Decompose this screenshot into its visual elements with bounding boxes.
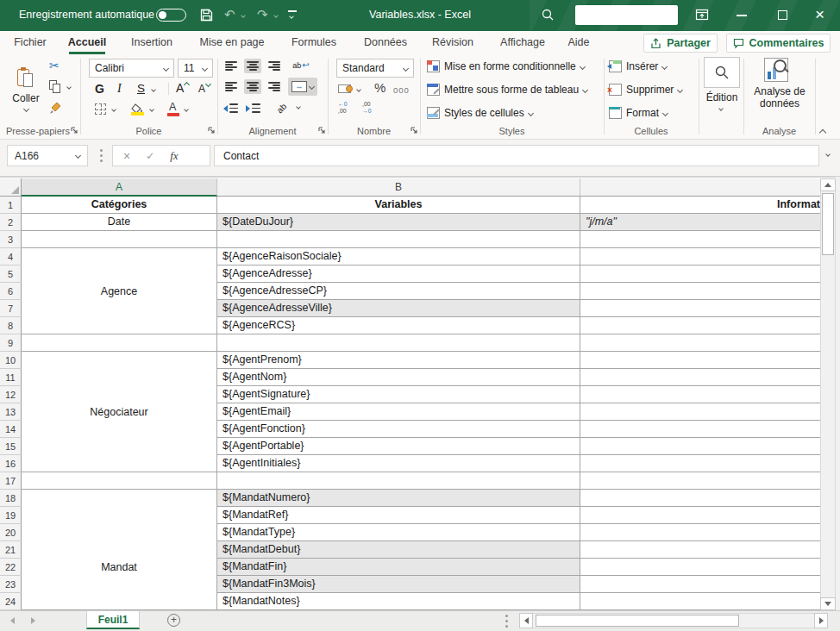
cell-C2[interactable]: "j/m/a" [580,214,821,231]
row-header-19[interactable]: 19 [0,507,22,524]
tab-fichier[interactable]: Fichier [11,31,49,53]
cell-B9[interactable] [217,334,580,352]
increase-decimal-button[interactable]: ←0 ,00 [338,101,357,116]
tab-accueil[interactable]: Accueil [66,31,109,53]
cell-B5[interactable]: ${AgenceAdresse} [217,266,580,283]
decrease-decimal-button[interactable]: ,00 →0 [362,101,381,116]
percent-style-button[interactable]: % [374,80,386,95]
comments-button[interactable]: Commentaires [726,34,831,53]
font-family-combo[interactable]: Calibri [89,59,174,78]
scroll-down-button[interactable] [820,597,836,610]
row-header-15[interactable]: 15 [0,438,22,455]
share-button[interactable]: Partager [643,34,718,53]
cell-B10[interactable]: ${AgentPrenom} [217,352,580,369]
cell-A1[interactable]: Catégories [22,197,217,214]
cell-B22[interactable]: ${MandatFin} [217,559,580,576]
horizontal-scroll-thumb[interactable] [536,615,739,627]
column-header-A[interactable]: A [22,178,217,197]
select-all-corner[interactable] [0,178,22,197]
row-header-13[interactable]: 13 [0,403,22,421]
fill-color-icon[interactable] [131,102,145,117]
insert-function-icon[interactable]: fx [170,149,178,163]
editing-button[interactable] [704,57,740,88]
row-header-4[interactable]: 4 [0,248,22,266]
tab-insertion[interactable]: Insertion [128,31,176,53]
tab-aide[interactable]: Aide [565,31,592,53]
tab-mise-en-page[interactable]: Mise en page [195,31,269,53]
bold-button[interactable]: G [95,82,104,96]
row-header-2[interactable]: 2 [0,214,22,231]
align-top-button[interactable] [223,59,240,73]
cell-B1[interactable]: Variables [217,197,580,214]
insert-cells-button[interactable]: Insérer [609,60,667,72]
align-middle-button[interactable] [244,59,261,73]
align-center-button[interactable] [244,79,261,94]
sheet-prev-icon[interactable] [10,617,15,624]
italic-button[interactable]: I [117,82,122,96]
wrap-text-button[interactable]: ab ↩ [290,57,312,73]
format-painter-icon[interactable] [49,102,62,118]
cell-A10-A16-merged[interactable]: Négociateur [22,352,217,472]
name-box[interactable]: A166 [7,145,88,166]
decrease-indent-button[interactable] [221,101,240,116]
cell-B3[interactable] [217,231,580,248]
minimize-button[interactable] [737,15,747,16]
cells-C3-C24-empty[interactable] [580,231,821,610]
row-header-3[interactable]: 3 [0,231,22,248]
cell-A3[interactable] [22,231,217,248]
vertical-scroll-thumb[interactable] [822,193,834,255]
tab-donnees[interactable]: Données [362,31,409,53]
sheet-tab-feuil1[interactable]: Feuil1 [86,611,140,629]
merge-center-button[interactable]: ↔ [288,78,317,96]
conditional-formatting-button[interactable]: Mise en forme conditionnelle [427,60,585,72]
scroll-right-button[interactable] [814,613,828,628]
cell-B7[interactable]: ${AgenceAdresseVille} [217,300,580,317]
enter-icon[interactable]: ✓ [146,150,154,162]
formula-input[interactable]: Contact [214,145,819,166]
cell-A4-A8-merged[interactable]: Agence [22,248,217,334]
cell-A2[interactable]: Date [22,214,217,231]
tab-bar-splitter[interactable] [505,620,508,622]
cell-B6[interactable]: ${AgenceAdresseCP} [217,283,580,300]
cell-B21[interactable]: ${MandatDebut} [217,541,580,559]
cell-B11[interactable]: ${AgentNom} [217,369,580,386]
row-header-18[interactable]: 18 [0,490,22,507]
cell-B15[interactable]: ${AgentPortable} [217,438,580,455]
row-header-11[interactable]: 11 [0,369,22,386]
row-header-9[interactable]: 9 [0,334,22,352]
comma-style-button[interactable]: 000 [393,85,410,95]
column-header-C[interactable] [580,178,821,197]
cell-B23[interactable]: ${MandatFin3Mois} [217,576,580,593]
row-header-10[interactable]: 10 [0,352,22,369]
row-header-12[interactable]: 12 [0,386,22,403]
row-header-20[interactable]: 20 [0,524,22,541]
align-right-button[interactable] [266,79,283,94]
cell-styles-button[interactable]: Styles de cellules [427,107,533,119]
font-size-combo[interactable]: 11 [178,59,213,78]
row-header-8[interactable]: 8 [0,317,22,334]
formula-bar-splitter[interactable] [100,154,103,157]
cell-B13[interactable]: ${AgentEmail} [217,403,580,421]
number-format-combo[interactable]: Standard [336,59,414,78]
increase-indent-button[interactable] [243,101,262,116]
tab-affichage[interactable]: Affichage [497,31,549,53]
cell-B17[interactable] [217,472,580,490]
shrink-font-button[interactable]: A [198,83,210,95]
font-color-icon[interactable]: A [169,101,176,113]
row-header-24[interactable]: 24 [0,593,22,610]
cell-A9[interactable] [22,334,217,352]
cell-B8[interactable]: ${AgenceRCS} [217,317,580,334]
new-sheet-button[interactable]: + [167,614,180,627]
ribbon-display-options-icon[interactable] [695,8,709,25]
row-header-22[interactable]: 22 [0,559,22,576]
row-header-5[interactable]: 5 [0,266,22,283]
tab-formules[interactable]: Formules [290,31,338,53]
cell-B12[interactable]: ${AgentSignature} [217,386,580,403]
cell-B16[interactable]: ${AgentInitiales} [217,455,580,472]
cancel-icon[interactable]: × [123,149,130,163]
row-header-1[interactable]: 1 [0,197,22,214]
maximize-button[interactable] [778,10,787,20]
cell-B24[interactable]: ${MandatNotes} [217,593,580,610]
analyze-data-button[interactable] [764,58,788,82]
row-header-7[interactable]: 7 [0,300,22,317]
